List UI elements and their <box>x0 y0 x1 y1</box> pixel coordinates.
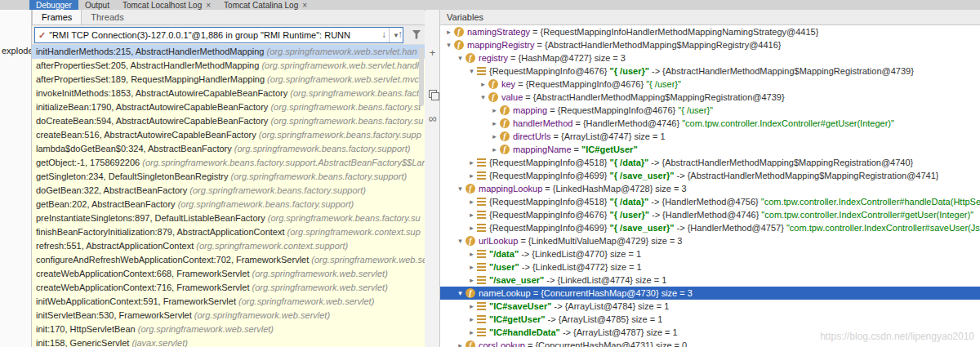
stack-frame-row[interactable]: getBean:202, AbstractBeanFactory (org.sp… <box>32 198 425 211</box>
expand-icon[interactable]: ▸ <box>466 198 477 206</box>
stack-frame-row[interactable]: lambda$doGetBean$0:324, AbstractBeanFact… <box>32 142 425 156</box>
top-tab-debugger[interactable]: Debugger <box>29 0 78 10</box>
tab-threads[interactable]: Threads <box>82 10 132 24</box>
top-tab-tomcat-catalina-log[interactable]: Tomcat Catalina Log× <box>217 0 314 10</box>
frame-location: afterPropertiesSet:205, AbstractHandlerM… <box>36 60 259 70</box>
variable-row[interactable]: ▾fmappingLookup = {LinkedHashMap@4728} s… <box>440 182 980 195</box>
variable-row[interactable]: ▸fkey = {RequestMappingInfo@4676} "{ /us… <box>440 78 980 91</box>
copy-icon[interactable] <box>426 87 439 100</box>
expand-icon[interactable]: ▸ <box>478 80 488 88</box>
stack-frame-row[interactable]: initHandlerMethods:215, AbstractHandlerM… <box>32 45 425 59</box>
infinity-icon[interactable]: ∞ <box>426 112 439 125</box>
stack-frame-row[interactable]: createBean:516, AbstractAutowireCapableB… <box>32 128 425 142</box>
expand-icon[interactable]: ▸ <box>455 341 466 347</box>
expand-icon[interactable]: ▸ <box>489 145 500 153</box>
stack-frame-row[interactable]: createWebApplicationContext:716, Framewo… <box>32 281 425 295</box>
variable-text: {RequestMappingInfo@4518} "{ /data}" -> … <box>489 158 913 167</box>
frame-location: doCreateBean:594, AbstractAutowireCapabl… <box>36 116 268 126</box>
variable-text: nameLookup = {ConcurrentHashMap@4730} si… <box>479 288 693 298</box>
expand-icon[interactable]: ▸ <box>466 302 477 310</box>
expand-icon[interactable]: ▸ <box>466 211 477 219</box>
project-tree-item[interactable]: exploded <box>2 46 32 56</box>
variable-text: directUrls = {ArrayList@4747} size = 1 <box>513 131 666 141</box>
variable-row[interactable]: ▸fmapping = {RequestMappingInfo@4676} "{… <box>440 104 980 117</box>
collapse-icon[interactable]: ▾ <box>478 93 488 101</box>
variable-row[interactable]: ▸"IC#saveUser" -> {ArrayList@4784} size … <box>440 300 980 313</box>
expand-icon[interactable]: ▸ <box>466 250 477 258</box>
collapse-icon[interactable]: ▾ <box>455 54 466 62</box>
variable-row[interactable]: ▸{RequestMappingInfo@4699} "{ /save_user… <box>440 169 980 182</box>
stack-frame-row[interactable]: initServletBean:530, FrameworkServlet (o… <box>32 309 425 323</box>
stack-frame-row[interactable]: doGetBean:322, AbstractBeanFactory (org.… <box>32 184 425 198</box>
expand-icon[interactable]: ▸ <box>489 119 500 127</box>
stack-frame-row[interactable]: finishBeanFactoryInitialization:879, Abs… <box>32 225 425 239</box>
collapse-icon[interactable]: ▾ <box>455 289 466 297</box>
variable-row[interactable]: ▸{RequestMappingInfo@4699} "{ /save_user… <box>440 221 980 234</box>
top-tab-tomcat-localhost-log[interactable]: Tomcat Localhost Log× <box>116 0 217 10</box>
stack-frame-row[interactable]: configureAndRefreshWebApplicationContext… <box>32 253 425 267</box>
top-tab-label: Tomcat Localhost Log <box>122 1 202 10</box>
frame-package: (org.springframework.web.servlet) <box>192 310 330 320</box>
stack-frame-row[interactable]: init:170, HttpServletBean (org.springfra… <box>32 323 425 336</box>
map-entry-icon <box>477 211 486 219</box>
tab-frames[interactable]: Frames <box>32 10 82 24</box>
variable-row[interactable]: ▾fnameLookup = {ConcurrentHashMap@4730} … <box>440 287 980 300</box>
expand-icon[interactable]: ▸ <box>466 158 477 167</box>
map-entry-icon <box>477 276 486 284</box>
stack-frame-row[interactable]: init:158, GenericServlet (javax.servlet) <box>32 336 425 347</box>
collapse-icon[interactable]: ▾ <box>455 185 466 193</box>
close-icon[interactable]: × <box>206 1 211 10</box>
variable-row[interactable]: ▸"/data" -> {LinkedList@4770} size = 1 <box>440 247 980 260</box>
stack-frame-row[interactable]: createWebApplicationContext:668, Framewo… <box>32 267 425 281</box>
expand-icon[interactable]: ▸ <box>443 28 454 36</box>
variable-row[interactable]: ▾fvalue = {AbstractHandlerMethodMapping$… <box>440 91 980 104</box>
stack-frame-row[interactable]: doCreateBean:594, AbstractAutowireCapabl… <box>32 114 425 128</box>
expand-icon[interactable]: ▸ <box>466 263 477 271</box>
stack-frame-row[interactable]: initWebApplicationContext:591, Framework… <box>32 295 425 309</box>
stack-frame-row[interactable]: getObject:-1, 1758692206 (org.springfram… <box>32 156 425 170</box>
variable-row[interactable]: ▾fmappingRegistry = {AbstractHandlerMeth… <box>440 38 980 51</box>
step-down-icon[interactable]: ↓ <box>378 29 390 40</box>
frame-location: createWebApplicationContext:668, Framewo… <box>36 269 249 278</box>
variable-row[interactable]: ▸fdirectUrls = {ArrayList@4747} size = 1 <box>440 130 980 143</box>
variable-row[interactable]: ▸fnamingStrategy = {RequestMappingInfoHa… <box>440 25 980 38</box>
variable-row[interactable]: ▸"/save_user" -> {LinkedList@4774} size … <box>440 274 980 287</box>
variable-row[interactable]: ▸{RequestMappingInfo@4676} "{ /user}" ->… <box>440 208 980 221</box>
stack-frame-row[interactable]: invokeInitMethods:1853, AbstractAutowire… <box>32 87 425 100</box>
expand-icon[interactable]: ▸ <box>489 132 500 140</box>
stack-frame-row[interactable]: preInstantiateSingletons:897, DefaultLis… <box>32 211 425 225</box>
variable-row[interactable]: ▾{RequestMappingInfo@4676} "{ /user}" ->… <box>440 65 980 78</box>
variable-row[interactable]: ▸{RequestMappingInfo@4518} "{ /data}" ->… <box>440 195 980 208</box>
frames-scrollbar[interactable] <box>419 47 424 106</box>
expand-icon[interactable]: ▸ <box>489 106 500 114</box>
expand-icon[interactable]: ▸ <box>466 328 477 336</box>
variable-row[interactable]: ▸{RequestMappingInfo@4518} "{ /data}" ->… <box>440 156 980 169</box>
variable-row[interactable]: ▾fregistry = {HashMap@4727} size = 3 <box>440 51 980 65</box>
variable-row[interactable]: ▸fhandlerMethod = {HandlerMethod@4746} "… <box>440 117 980 130</box>
expand-icon[interactable]: ▸ <box>466 171 477 180</box>
variable-row[interactable]: ▾furlLookup = {LinkedMultiValueMap@4729}… <box>440 234 980 247</box>
expand-icon[interactable]: ▸ <box>466 315 477 323</box>
stack-frame-row[interactable]: refresh:551, AbstractApplicationContext … <box>32 239 425 253</box>
variable-text: mappingRegistry = {AbstractHandlerMethod… <box>467 40 781 50</box>
thread-selector[interactable]: ✓ "RMI TCP Connection(3)-127.0.0.1"@1,88… <box>34 27 403 43</box>
frame-package: (org.springframework.beans.factory.suppo… <box>140 158 425 167</box>
variable-row[interactable]: ▸"/user" -> {LinkedList@4772} size = 1 <box>440 260 980 274</box>
filter-icon[interactable] <box>411 29 422 40</box>
add-icon[interactable]: + <box>426 46 439 59</box>
frame-location: init:170, HttpServletBean <box>36 324 136 334</box>
collapse-icon[interactable]: ▾ <box>455 237 466 245</box>
stack-frame-row[interactable]: afterPropertiesSet:189, RequestMappingHa… <box>32 73 425 87</box>
step-up-icon[interactable]: ↑ <box>394 29 406 40</box>
close-icon[interactable]: × <box>302 1 307 10</box>
variable-row[interactable]: ▸fmappingName = "IC#getUser" <box>440 143 980 156</box>
collapse-icon[interactable]: ▾ <box>443 41 454 49</box>
stack-frame-row[interactable]: initializeBean:1790, AbstractAutowireCap… <box>32 100 425 114</box>
top-tab-output[interactable]: Output <box>78 0 116 10</box>
expand-icon[interactable]: ▸ <box>466 224 477 232</box>
stack-frame-row[interactable]: getSingleton:234, DefaultSingletonBeanRe… <box>32 170 425 184</box>
expand-icon[interactable]: ▸ <box>466 276 477 284</box>
collapse-icon[interactable]: ▾ <box>466 67 477 75</box>
stack-frame-row[interactable]: afterPropertiesSet:205, AbstractHandlerM… <box>32 59 425 73</box>
variable-row[interactable]: ▸"IC#getUser" -> {ArrayList@4785} size =… <box>440 313 980 326</box>
